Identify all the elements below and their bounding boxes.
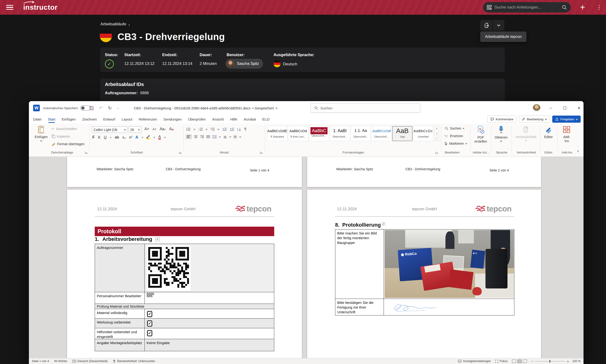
tab-start[interactable]: Start: [48, 115, 55, 124]
add-button[interactable]: +: [577, 0, 588, 15]
tab-datei[interactable]: Datei: [33, 115, 41, 124]
material-checkbox-icon[interactable]: ✓: [147, 311, 152, 317]
search-icon[interactable]: [562, 5, 567, 10]
clipboard-launcher-icon[interactable]: [85, 151, 88, 154]
pilcrow-icon[interactable]: ¶: [245, 127, 246, 132]
style-kein-leerraum[interactable]: AaBbCcDd ¶ Kein Lee...: [288, 126, 308, 141]
addins-button[interactable]: Add- Ins: [559, 126, 575, 143]
tab-ansicht[interactable]: Ansicht: [212, 115, 224, 124]
shrink-font-icon[interactable]: A˅: [153, 127, 156, 131]
tab-hilfe[interactable]: Hilfe: [230, 115, 237, 124]
collapse-ribbon-icon[interactable]: ∧: [577, 149, 579, 153]
app-search-input[interactable]: Suche nach Anleitungen...: [483, 2, 571, 13]
sensitivity-button[interactable]: Vertraulichkeit ∨: [513, 126, 539, 142]
aids-checkbox-icon[interactable]: ✓: [147, 330, 152, 336]
styles-launcher-icon[interactable]: [435, 151, 438, 154]
select-button[interactable]: Markieren∨: [445, 142, 467, 145]
document-canvas[interactable]: Mitarbeiter: Sascha Spitz CB3 - Drehverr…: [29, 157, 583, 358]
paste-button[interactable]: Einfügen ∨: [32, 126, 50, 142]
section1-checkbox-icon[interactable]: ✓: [155, 237, 160, 241]
superscript-icon[interactable]: x²: [129, 135, 132, 140]
accessibility-status[interactable]: Barrierefreiheit: Untersuchen: [113, 360, 155, 363]
undo-icon[interactable]: ↶: [99, 105, 103, 111]
zoom-control[interactable]: − + 100 %: [531, 359, 581, 363]
zoom-in-icon[interactable]: +: [567, 359, 569, 363]
tab-zeichnen[interactable]: Zeichnen: [82, 115, 97, 124]
word-search-input[interactable]: Suchen: [311, 103, 420, 113]
display-settings-button[interactable]: Anzeigeeinstellungen: [458, 360, 491, 363]
grow-font-icon[interactable]: A˄: [144, 127, 149, 131]
highlight-icon[interactable]: 🖉: [146, 135, 150, 139]
kebab-menu-icon[interactable]: ⋮: [594, 0, 604, 15]
sort-icon[interactable]: AZ: [237, 128, 241, 131]
tab-entwurf[interactable]: Entwurf: [103, 115, 115, 124]
close-button[interactable]: ✕: [574, 101, 584, 115]
shading-icon[interactable]: [223, 135, 227, 139]
paragraph-launcher-icon[interactable]: [260, 151, 263, 154]
find-button[interactable]: Suchen∨: [445, 127, 464, 130]
tab-einfuegen[interactable]: Einfügen: [62, 115, 76, 124]
font-color-icon[interactable]: A: [158, 135, 161, 140]
save-icon[interactable]: [89, 106, 94, 110]
share-button[interactable]: Freigeben ∨: [552, 116, 581, 123]
styles-gallery-scroll[interactable]: ∧∨⍗: [434, 126, 439, 141]
copy-button[interactable]: Kopieren: [52, 134, 70, 138]
bold-icon[interactable]: F: [92, 135, 95, 140]
justify-icon[interactable]: [206, 135, 210, 138]
multilevel-list-icon[interactable]: [210, 128, 215, 131]
style-ueberschrift4[interactable]: AaBbCcDdl Überschrif...: [371, 126, 392, 141]
print-layout-icon[interactable]: [517, 360, 521, 363]
section8-checkbox-icon[interactable]: ✓: [382, 222, 385, 225]
redo-icon[interactable]: ↻: [108, 105, 112, 111]
export-dropdown-button[interactable]: [493, 20, 504, 31]
change-case-icon[interactable]: Aa∨: [160, 127, 166, 131]
style-untertitel[interactable]: AaBbCcDc Untertitel: [413, 126, 433, 141]
font-name-select[interactable]: Calibri Light (Üb∨: [92, 127, 127, 133]
format-painter-button[interactable]: Format übertragen: [52, 142, 85, 146]
align-left-icon[interactable]: [186, 134, 192, 139]
font-size-select[interactable]: 28∨: [129, 127, 141, 133]
zoom-out-icon[interactable]: −: [531, 359, 533, 363]
focus-button[interactable]: Fokus: [495, 360, 508, 363]
hamburger-menu-icon[interactable]: [6, 4, 15, 11]
breadcrumb[interactable]: Arbeitsabläufe ›: [100, 22, 130, 26]
read-mode-icon[interactable]: [512, 360, 516, 363]
line-spacing-icon[interactable]: [212, 135, 217, 139]
editing-mode-button[interactable]: Bearbeitung ∨: [519, 116, 550, 123]
saved-status[interactable]: • Gespeichert: [252, 106, 274, 110]
maximize-button[interactable]: [559, 101, 570, 115]
page-indicator[interactable]: Seite 1 von 4: [32, 360, 49, 363]
comments-button[interactable]: Kommentare: [487, 116, 516, 123]
export-button[interactable]: [480, 20, 492, 31]
app-logo[interactable]: instructor: [23, 3, 58, 11]
proofing-language[interactable]: Deutsch (Deutschland): [72, 360, 107, 363]
clear-formatting-icon[interactable]: A◆: [169, 127, 174, 131]
user-chip[interactable]: Sascha Spitz: [225, 59, 263, 69]
style-ueberschrift2[interactable]: 1. AaBl Überschrif...: [330, 126, 350, 141]
underline-icon[interactable]: U: [104, 135, 107, 140]
tab-acrobat[interactable]: Acrobat: [244, 115, 256, 124]
italic-icon[interactable]: K: [98, 135, 101, 140]
word-count[interactable]: 93 Wörter: [54, 360, 67, 363]
tab-ueberpruefen[interactable]: Überprüfen: [188, 115, 206, 124]
web-layout-icon[interactable]: [523, 360, 527, 363]
strikethrough-icon[interactable]: ab: [115, 135, 119, 140]
align-right-icon[interactable]: [200, 135, 204, 138]
account-avatar[interactable]: [533, 104, 541, 112]
tab-sendungen[interactable]: Sendungen: [163, 115, 182, 124]
breadcrumb-workflows[interactable]: Arbeitsabläufe: [100, 22, 126, 26]
font-launcher-icon[interactable]: [179, 151, 182, 154]
borders-icon[interactable]: [233, 135, 237, 139]
tab-elo[interactable]: ELO: [262, 115, 270, 124]
qat-customize-icon[interactable]: ⌄: [117, 106, 119, 110]
decrease-indent-icon[interactable]: [222, 128, 227, 131]
cut-button[interactable]: ✂ Ausschneiden: [52, 127, 77, 131]
editor-button[interactable]: Editor: [541, 126, 556, 139]
style-standard[interactable]: AaBbCcDdE ¶ Standard: [267, 126, 287, 141]
tools-checkbox-icon[interactable]: ✓: [147, 320, 152, 326]
increase-indent-icon[interactable]: [230, 128, 234, 131]
zoom-slider[interactable]: [535, 361, 566, 361]
style-titel[interactable]: AaB Titel: [392, 126, 413, 141]
tab-layout[interactable]: Layout: [122, 115, 132, 124]
minimize-button[interactable]: [545, 101, 556, 115]
